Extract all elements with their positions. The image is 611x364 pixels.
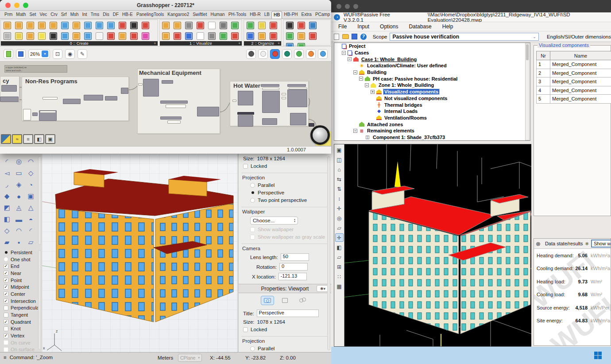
gh-node[interactable] <box>160 101 188 104</box>
display-gem-icon[interactable] <box>294 49 304 59</box>
close-icon[interactable] <box>336 4 341 9</box>
viewport-tool-icon[interactable]: ⇆ <box>335 175 344 183</box>
grasshopper-tab[interactable]: Extra <box>300 11 313 19</box>
tree-expander-icon[interactable]: − <box>359 77 363 81</box>
tree-expander-icon[interactable]: − <box>353 129 357 133</box>
component-icon[interactable] <box>295 31 307 41</box>
python-widget-icon[interactable] <box>1 134 11 144</box>
viewport-tool-icon[interactable]: ◎ <box>335 214 344 222</box>
grasshopper-tab[interactable]: Srf <box>59 11 69 19</box>
tree-item[interactable]: − ≣ Remaining elements <box>334 128 530 134</box>
rhino-viewport[interactable]: z x y <box>42 154 238 352</box>
display-gem-icon[interactable] <box>306 49 316 59</box>
rhino-tool-icon[interactable]: ◓ <box>25 213 37 225</box>
rhino-tool-icon[interactable]: ▱ <box>25 236 37 248</box>
tree-expander-icon[interactable]: − <box>365 83 369 87</box>
osnap-checkbox[interactable] <box>4 340 8 345</box>
component-icon[interactable] <box>128 31 139 41</box>
minimize-icon[interactable] <box>345 4 350 9</box>
component-icon[interactable] <box>59 31 70 41</box>
grasshopper-tab[interactable]: HB <box>271 11 282 19</box>
menu-item[interactable]: File <box>338 23 347 30</box>
rhino-tool-icon[interactable]: ◞ <box>1 179 13 190</box>
viewport-tool-icon[interactable]: ▣ <box>335 146 344 154</box>
osnap-checkbox[interactable] <box>4 306 8 310</box>
tree-item-label[interactable]: Localization/Climate: User defined <box>366 63 448 68</box>
component-icon[interactable] <box>70 20 82 31</box>
grasshopper-tab[interactable]: Kangaroo2 <box>166 11 191 19</box>
gh-node[interactable] <box>237 112 254 115</box>
osnap-checkbox[interactable] <box>4 278 8 283</box>
rhino-tool-icon[interactable]: ◆ <box>1 190 13 202</box>
gh-node[interactable] <box>1 85 17 92</box>
tree-item[interactable]: ☀ Localization/Climate: User defined <box>334 62 530 69</box>
grasshopper-tab[interactable]: Int <box>81 11 89 19</box>
component-icon[interactable] <box>218 31 229 41</box>
component-icon[interactable] <box>1 31 13 41</box>
osnap-row[interactable]: Center <box>0 290 39 298</box>
tree-item[interactable]: − PH case: Passive house: Residential <box>334 75 530 82</box>
osnap-row[interactable]: Persistent <box>0 249 39 256</box>
viewport-tool-icon[interactable]: ✛ <box>335 204 344 213</box>
component-icon[interactable] <box>139 31 151 41</box>
tree-item[interactable]: Attached zones <box>334 121 530 128</box>
osnap-scrollbar[interactable] <box>38 250 41 350</box>
close-circle-icon[interactable]: ⊗ <box>536 240 541 247</box>
gh-node[interactable] <box>84 95 103 101</box>
component-icon[interactable] <box>36 31 47 41</box>
osnap-checkbox[interactable] <box>4 257 8 262</box>
gh-node[interactable] <box>232 100 236 102</box>
viewport-title-input[interactable]: Perspective <box>257 310 319 317</box>
osnap-checkbox[interactable] <box>4 298 8 303</box>
grasshopper-titlebar[interactable]: Grasshopper - 220712* <box>0 0 331 11</box>
component-icon[interactable] <box>128 20 139 31</box>
rhino-tool-icon[interactable]: ◬ <box>13 202 25 213</box>
component-icon[interactable] <box>172 20 183 31</box>
osnap-row[interactable]: Quadrant <box>0 318 39 325</box>
rhino-tool-icon[interactable]: ▪ <box>13 236 25 248</box>
osnap-checkbox[interactable] <box>4 313 8 318</box>
display-gem-icon[interactable] <box>258 49 268 59</box>
tree-item[interactable]: ◫ Component 1: Shade_37cfb373 <box>334 134 530 141</box>
rhino-tool-icon[interactable]: ▭ <box>13 167 25 179</box>
viewport-tool-icon[interactable]: ✛ <box>335 233 344 242</box>
osnap-row[interactable]: Vertex <box>0 332 39 339</box>
component-icon[interactable] <box>295 20 307 31</box>
viewport-tool-icon[interactable]: ⌂ <box>335 165 344 174</box>
rhino-tool-icon[interactable]: ◔ <box>25 179 37 190</box>
expand-icon[interactable]: + <box>238 41 240 46</box>
component-icon[interactable] <box>206 31 218 41</box>
grasshopper-tab[interactable]: Set <box>28 11 38 19</box>
save-icon[interactable] <box>352 33 358 40</box>
gh-node[interactable] <box>282 97 286 99</box>
column-header-nr[interactable]: Nr <box>536 51 550 60</box>
component-icon[interactable] <box>160 20 172 31</box>
rhino-tool-icon[interactable]: ◈ <box>13 179 25 190</box>
gh-node[interactable] <box>105 96 117 101</box>
osnap-checkbox[interactable] <box>4 271 8 275</box>
gh-node[interactable] <box>262 91 280 113</box>
grasshopper-tab[interactable]: Msh <box>69 11 81 19</box>
grasshopper-tab[interactable]: Human <box>209 11 226 19</box>
tree-item-label[interactable]: Component 1: Shade_37cfb373 <box>372 135 446 140</box>
expand-icon[interactable]: + <box>278 41 280 46</box>
viewport-tool-icon[interactable]: ⊞ <box>335 263 344 271</box>
component-icon[interactable] <box>93 20 105 31</box>
osnap-row[interactable]: Near <box>0 270 39 277</box>
new-file-icon[interactable] <box>4 49 13 59</box>
window-controls[interactable] <box>5 3 28 8</box>
show-warnings-button[interactable]: Show warni <box>591 240 611 248</box>
component-icon[interactable] <box>105 31 116 41</box>
osnap-checkbox[interactable] <box>4 333 8 338</box>
viewport-tool-icon[interactable]: ⇅ <box>335 185 344 193</box>
display-gem-icon[interactable] <box>282 49 292 59</box>
tree-expander-icon[interactable]: − <box>348 57 352 61</box>
grasshopper-tab[interactable]: LB <box>263 11 271 19</box>
preview-eye-icon[interactable]: ◉ <box>65 49 75 59</box>
gh-node[interactable] <box>287 84 306 87</box>
gh-node[interactable] <box>261 84 279 87</box>
rhino-tool-icon[interactable]: ◧ <box>1 213 13 225</box>
tree-item[interactable]: − Case 1: Whole_Building <box>334 56 530 62</box>
osnap-checkbox[interactable] <box>4 285 8 290</box>
component-icon[interactable] <box>218 20 229 31</box>
